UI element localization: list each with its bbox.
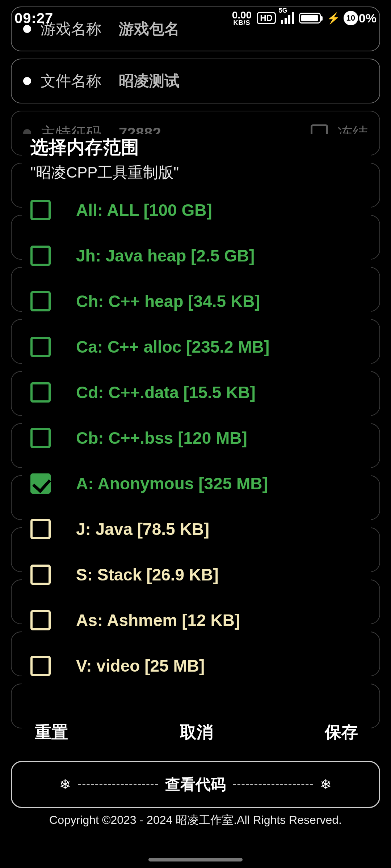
memory-option[interactable]: Jh: Java heap [2.5 GB] [22,235,371,280]
netspeed-indicator: 0.00 KB/S [232,10,252,25]
view-code-button[interactable]: ❄查看代码❄ [11,761,380,808]
checkbox-icon[interactable] [30,382,51,403]
snowflake-icon: ❄ [59,776,71,792]
memory-option[interactable]: A: Anonymous [325 MB] [22,463,371,508]
memory-option[interactable]: Ch: C++ heap [34.5 KB] [22,280,371,326]
signal-icon: 5G [281,12,294,24]
memory-option-label: A: Anonymous [325 MB] [76,474,268,493]
memory-option-label: As: Ashmem [12 KB] [76,610,240,630]
checkbox-icon[interactable] [30,519,51,539]
memory-option[interactable]: Cb: C++.bss [120 MB] [22,417,371,463]
checkbox-icon[interactable] [30,473,51,494]
charging-icon: ⚡ [327,12,340,25]
dialog-options[interactable]: All: ALL [100 GB]Jh: Java heap [2.5 GB]C… [22,189,371,709]
status-time: 09:27 [14,10,53,26]
checkbox-icon[interactable] [30,200,51,220]
memory-option-label: J: Java [78.5 KB] [76,519,209,539]
checkbox-icon[interactable] [30,428,51,448]
memory-option[interactable]: As: Ashmem [12 KB] [22,599,371,645]
cancel-button[interactable]: 取消 [180,721,213,744]
nav-home-indicator[interactable] [148,858,243,861]
dialog-actions: 重置 取消 保存 [22,709,371,749]
bullet-icon [23,77,31,85]
memory-option[interactable]: Ca: C++ alloc [235.2 MB] [22,326,371,371]
memory-option-label: Cb: C++.bss [120 MB] [76,428,247,448]
memory-option-label: Jh: Java heap [2.5 GB] [76,246,255,265]
hd-icon: HD [257,12,276,24]
reset-button[interactable]: 重置 [35,721,68,744]
memory-option-label: Cd: C++.data [15.5 KB] [76,383,256,402]
checkbox-icon[interactable] [30,246,51,266]
memory-option-label: All: ALL [100 GB] [76,200,212,220]
dialog-subtitle: "昭凌CPP工具重制版" [22,162,371,189]
row-label: 文件名称 [41,71,109,91]
memory-option-label: Ch: C++ heap [34.5 KB] [76,292,260,311]
save-button[interactable]: 保存 [325,721,358,744]
checkbox-icon[interactable] [30,565,51,585]
memory-option-label: Ca: C++ alloc [235.2 MB] [76,337,269,357]
dialog-title: 选择内存范围 [22,134,371,162]
battery-icon [299,13,321,24]
checkbox-icon[interactable] [30,291,51,311]
battery-percent: 100% [344,11,377,25]
copyright-footer: Copyright ©2023 - 2024 昭凌工作室.All Rights … [0,812,391,828]
memory-option[interactable]: Cd: C++.data [15.5 KB] [22,371,371,417]
config-row-file-name[interactable]: 文件名称昭凌测试 [11,59,380,103]
checkbox-icon[interactable] [30,610,51,630]
checkbox-icon[interactable] [30,337,51,357]
memory-option-label: V: video [25 MB] [76,656,205,676]
row-value: 昭凌测试 [119,71,368,91]
memory-option[interactable]: J: Java [78.5 KB] [22,508,371,554]
snowflake-icon: ❄ [320,776,332,792]
view-code-label: 查看代码 [165,774,226,795]
memory-option[interactable]: All: ALL [100 GB] [22,189,371,235]
memory-option-label: S: Stack [26.9 KB] [76,565,219,584]
memory-option[interactable]: V: video [25 MB] [22,645,371,690]
memory-range-dialog: 选择内存范围 "昭凌CPP工具重制版" All: ALL [100 GB]Jh:… [22,134,371,749]
checkbox-icon[interactable] [30,656,51,676]
status-bar: 09:27 0.00 KB/S HD 5G ⚡ 100% [0,0,391,36]
memory-option[interactable]: S: Stack [26.9 KB] [22,554,371,599]
status-right: 0.00 KB/S HD 5G ⚡ 100% [232,10,377,25]
